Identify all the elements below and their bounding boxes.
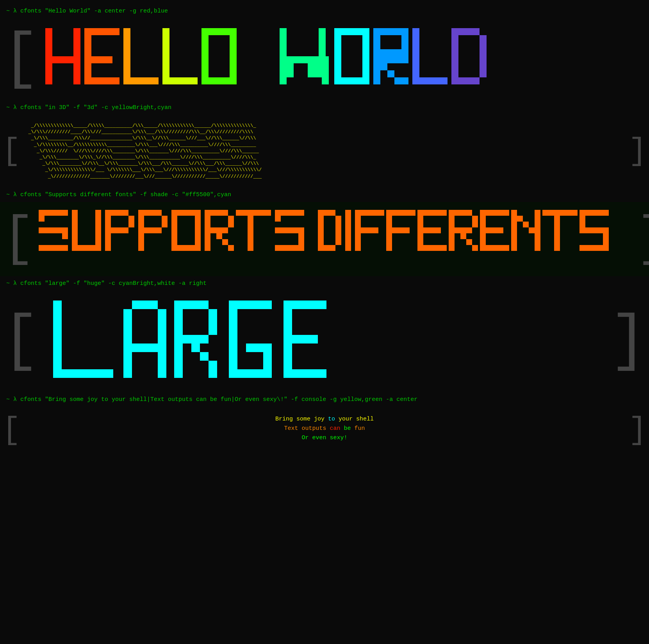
svg-rect-45 <box>123 77 130 84</box>
command-3: ~ λ cfonts "Supports different fonts" -f… <box>0 188 649 202</box>
svg-rect-244 <box>138 233 144 239</box>
svg-rect-530 <box>183 335 191 343</box>
svg-rect-389 <box>429 245 435 251</box>
svg-rect-221 <box>95 227 101 233</box>
supports-svg <box>37 208 634 270</box>
svg-rect-139 <box>373 70 380 77</box>
svg-rect-275 <box>205 210 210 216</box>
svg-rect-392 <box>449 210 455 216</box>
right-bracket-2: ] <box>626 115 649 188</box>
svg-rect-126 <box>334 70 341 77</box>
svg-rect-246 <box>138 245 144 251</box>
svg-rect-228 <box>105 227 111 233</box>
svg-rect-496 <box>123 326 132 335</box>
svg-rect-402 <box>472 216 478 222</box>
svg-rect-379 <box>417 239 423 245</box>
svg-rect-344 <box>345 239 351 245</box>
console-lines: Bring some joy to your shell Text output… <box>23 415 626 443</box>
svg-rect-68 <box>230 35 237 42</box>
svg-rect-297 <box>259 210 265 216</box>
svg-rect-243 <box>138 227 144 233</box>
console-line-1: Bring some joy to your shell <box>23 415 626 424</box>
svg-rect-217 <box>89 245 95 251</box>
svg-rect-250 <box>162 216 168 222</box>
svg-rect-28 <box>98 28 105 35</box>
svg-rect-544 <box>229 343 237 352</box>
console-content: Bring some joy to your shell Text output… <box>23 407 626 454</box>
svg-rect-438 <box>535 210 540 216</box>
svg-rect-89 <box>319 42 326 49</box>
svg-rect-188 <box>458 77 465 84</box>
svg-rect-381 <box>423 210 429 216</box>
svg-rect-529 <box>191 335 200 343</box>
svg-rect-455 <box>554 239 560 245</box>
word-be: be <box>344 425 351 432</box>
svg-rect-156 <box>387 70 394 77</box>
svg-rect-349 <box>355 227 361 233</box>
svg-rect-279 <box>205 233 210 239</box>
svg-rect-165 <box>412 70 419 77</box>
svg-rect-500 <box>141 301 149 309</box>
svg-rect-302 <box>248 233 253 239</box>
svg-rect-234 <box>123 210 128 216</box>
svg-rect-286 <box>228 222 234 227</box>
svg-rect-474 <box>597 245 603 251</box>
svg-rect-300 <box>248 222 253 227</box>
svg-rect-259 <box>195 210 201 216</box>
svg-rect-382 <box>429 210 435 216</box>
svg-rect-436 <box>523 222 529 227</box>
svg-rect-490 <box>105 369 113 378</box>
svg-rect-104 <box>280 70 287 77</box>
svg-rect-158 <box>401 77 408 84</box>
svg-rect-575 <box>309 369 318 378</box>
svg-rect-492 <box>123 361 132 369</box>
svg-rect-149 <box>394 49 401 56</box>
svg-rect-40 <box>123 42 130 49</box>
large-content <box>41 291 608 392</box>
svg-rect-220 <box>95 233 101 239</box>
svg-rect-18 <box>73 77 80 84</box>
svg-rect-410 <box>480 210 486 216</box>
svg-rect-534 <box>209 369 217 378</box>
svg-rect-315 <box>298 227 304 233</box>
svg-rect-509 <box>158 369 166 378</box>
svg-rect-179 <box>458 28 465 35</box>
svg-rect-252 <box>156 227 162 233</box>
svg-rect-273 <box>189 245 195 251</box>
svg-rect-236 <box>128 222 134 227</box>
svg-rect-292 <box>228 245 234 251</box>
left-bracket-5: [ <box>0 407 23 454</box>
svg-rect-571 <box>301 335 309 343</box>
in-3d-section: [ _/\\\\\\\\\\\\\_____/\\\\\__________/\… <box>0 115 649 188</box>
svg-rect-164 <box>412 63 419 70</box>
svg-rect-307 <box>287 210 292 216</box>
svg-rect-2 <box>45 42 52 49</box>
svg-rect-26 <box>84 77 91 84</box>
svg-rect-449 <box>566 210 572 216</box>
svg-rect-536 <box>237 301 246 309</box>
svg-rect-192 <box>45 210 50 216</box>
svg-rect-17 <box>73 70 80 77</box>
svg-rect-13 <box>73 42 80 49</box>
svg-rect-440 <box>535 222 540 227</box>
svg-rect-194 <box>56 210 62 216</box>
svg-rect-200 <box>56 227 62 233</box>
svg-rect-146 <box>401 42 408 49</box>
svg-rect-134 <box>373 35 380 42</box>
supports-content <box>37 202 634 276</box>
svg-rect-393 <box>449 216 455 222</box>
svg-rect-305 <box>275 210 281 216</box>
svg-rect-545 <box>229 352 237 361</box>
svg-rect-566 <box>292 301 301 309</box>
svg-rect-264 <box>171 227 177 233</box>
svg-rect-84 <box>280 28 287 35</box>
svg-rect-547 <box>229 369 237 378</box>
svg-rect-224 <box>95 210 101 216</box>
right-bracket-4: ] <box>608 291 649 392</box>
svg-rect-249 <box>156 210 162 216</box>
svg-rect-237 <box>123 227 128 233</box>
svg-rect-9 <box>59 56 66 63</box>
svg-rect-23 <box>84 56 91 63</box>
svg-rect-523 <box>191 301 200 309</box>
svg-rect-485 <box>62 369 70 378</box>
